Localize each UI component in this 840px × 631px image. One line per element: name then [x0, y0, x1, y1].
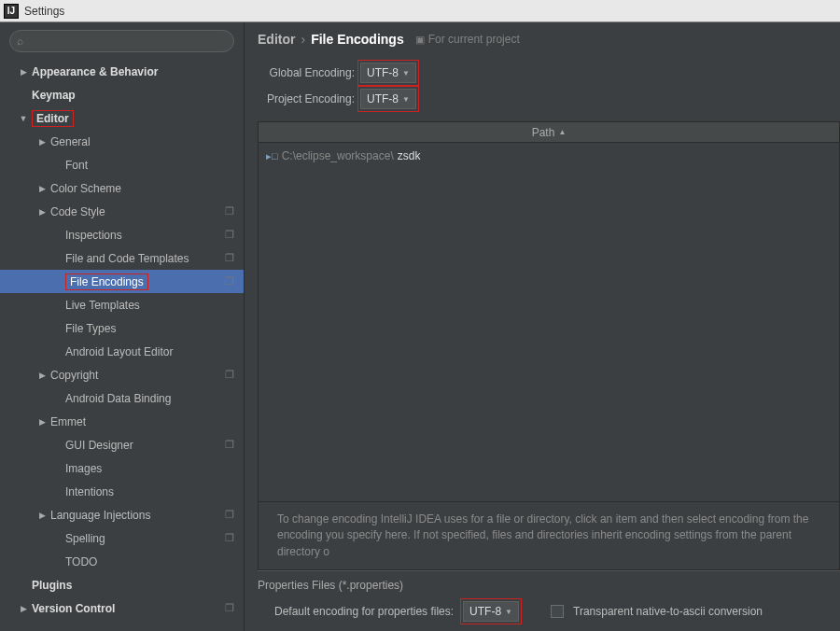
- tree-item-label: Spelling: [65, 532, 221, 545]
- tree-item-label: Live Templates: [65, 299, 234, 312]
- path-name: zsdk: [398, 149, 421, 162]
- search-input[interactable]: [9, 30, 234, 52]
- chevron-down-icon: ▼: [402, 69, 410, 77]
- tree-item-label: Images: [65, 462, 234, 475]
- tree-item-editor[interactable]: ▼Editor: [0, 106, 244, 130]
- tree-item-inspections[interactable]: Inspections❐: [0, 223, 244, 246]
- table-header-label: Path: [532, 126, 555, 139]
- tree-item-label: File Types: [65, 322, 234, 335]
- project-scope-icon: ❐: [225, 369, 234, 381]
- chevron-right-icon[interactable]: ▶: [37, 417, 47, 427]
- sort-asc-icon: ▲: [558, 128, 566, 136]
- tree-item-file-and-code-templates[interactable]: File and Code Templates❐: [0, 246, 244, 270]
- tree-item-label: Emmet: [50, 415, 234, 428]
- tree-item-label: Plugins: [32, 579, 234, 592]
- chevron-right-icon[interactable]: ▶: [19, 67, 28, 77]
- project-scope-icon: ❐: [225, 205, 234, 217]
- tree-item-spelling[interactable]: Spelling❐: [0, 526, 244, 550]
- search-wrap: ⌕: [0, 22, 244, 60]
- tree-item-images[interactable]: Images: [0, 456, 244, 480]
- properties-encoding-value: UTF-8: [469, 605, 501, 618]
- folder-icon: ▸□: [266, 150, 278, 162]
- tree-item-label: Inspections: [65, 229, 221, 242]
- tree-item-copyright[interactable]: ▶Copyright❐: [0, 363, 244, 386]
- tree-item-label: Copyright: [50, 369, 221, 382]
- properties-section: Properties Files (*.properties) Default …: [258, 570, 840, 631]
- project-scope-icon: ❐: [225, 229, 234, 241]
- tree-item-file-encodings[interactable]: File Encodings❐: [0, 270, 244, 293]
- tree-item-live-templates[interactable]: Live Templates: [0, 293, 244, 316]
- tree-item-keymap[interactable]: Keymap: [0, 83, 244, 106]
- project-scope-icon: ❐: [225, 509, 234, 521]
- tree-item-label: General: [50, 135, 234, 148]
- content-area: ⌕ ▶Appearance & BehaviorKeymap▼Editor▶Ge…: [0, 22, 840, 631]
- transparent-ascii-label: Transparent native-to-ascii conversion: [573, 605, 763, 618]
- tree-item-plugins[interactable]: Plugins: [0, 573, 244, 596]
- breadcrumb-root: Editor: [258, 32, 295, 47]
- tree-item-version-control[interactable]: ▶Version Control❐: [0, 596, 244, 620]
- properties-default-label: Default encoding for properties files:: [274, 605, 454, 618]
- project-encoding-value: UTF-8: [367, 92, 399, 105]
- project-scope-icon: ❐: [225, 252, 234, 264]
- tree-item-android-layout-editor[interactable]: Android Layout Editor: [0, 340, 244, 363]
- project-scope-icon: ❐: [225, 532, 234, 544]
- tree-item-appearance-behavior[interactable]: ▶Appearance & Behavior: [0, 60, 244, 83]
- window-title: Settings: [24, 0, 64, 22]
- breadcrumb-sep: ›: [301, 32, 305, 47]
- tree-item-label: Intentions: [65, 485, 234, 498]
- tree-item-todo[interactable]: TODO: [0, 550, 244, 573]
- tree-item-label: Language Injections: [50, 509, 221, 522]
- settings-tree[interactable]: ▶Appearance & BehaviorKeymap▼Editor▶Gene…: [0, 60, 244, 631]
- tree-item-label: Android Data Binding: [65, 392, 234, 405]
- path-prefix: C:\eclipse_workspace\: [282, 149, 394, 162]
- tree-item-android-data-binding[interactable]: Android Data Binding: [0, 386, 244, 410]
- search-icon: ⌕: [17, 35, 23, 48]
- tree-item-label: Code Style: [50, 205, 221, 218]
- breadcrumb: Editor › File Encodings ▣ For current pr…: [258, 32, 840, 47]
- transparent-ascii-checkbox[interactable]: [551, 605, 564, 618]
- properties-encoding-dropdown[interactable]: UTF-8 ▼: [463, 601, 519, 622]
- tree-item-label: TODO: [65, 555, 234, 568]
- global-encoding-dropdown[interactable]: UTF-8 ▼: [360, 63, 416, 83]
- tree-item-label: Font: [65, 159, 234, 172]
- tree-item-intentions[interactable]: Intentions: [0, 480, 244, 503]
- chevron-down-icon: ▼: [505, 608, 512, 616]
- path-encoding-table: Path ▲ ▸□C:\eclipse_workspace\zsdk To ch…: [258, 121, 840, 570]
- chevron-right-icon[interactable]: ▶: [37, 511, 47, 520]
- table-body[interactable]: ▸□C:\eclipse_workspace\zsdk: [259, 143, 839, 501]
- tree-item-label: Color Scheme: [50, 182, 234, 195]
- global-encoding-value: UTF-8: [367, 66, 399, 79]
- tree-item-file-types[interactable]: File Types: [0, 316, 244, 340]
- tree-item-code-style[interactable]: ▶Code Style❐: [0, 200, 244, 223]
- tree-item-label: Editor: [32, 110, 74, 127]
- project-scope-icon: ❐: [225, 602, 234, 614]
- table-row[interactable]: ▸□C:\eclipse_workspace\zsdk: [266, 147, 832, 165]
- properties-default-row: Default encoding for properties files: U…: [258, 601, 840, 622]
- tree-item-emmet[interactable]: ▶Emmet: [0, 410, 244, 433]
- tree-item-color-scheme[interactable]: ▶Color Scheme: [0, 176, 244, 200]
- tree-item-label: Version Control: [32, 602, 221, 615]
- tree-item-label: File and Code Templates: [65, 252, 221, 265]
- chevron-right-icon[interactable]: ▶: [37, 207, 47, 217]
- encoding-hint-text: To change encoding IntelliJ IDEA uses fo…: [259, 501, 839, 569]
- tree-item-general[interactable]: ▶General: [0, 130, 244, 153]
- tree-item-label: Keymap: [32, 89, 234, 102]
- breadcrumb-project-hint: ▣ For current project: [415, 33, 520, 46]
- project-encoding-dropdown[interactable]: UTF-8 ▼: [360, 89, 416, 109]
- chevron-right-icon[interactable]: ▶: [37, 184, 47, 193]
- properties-section-title: Properties Files (*.properties): [258, 579, 840, 592]
- table-header[interactable]: Path ▲: [259, 122, 839, 143]
- tree-item-language-injections[interactable]: ▶Language Injections❐: [0, 503, 244, 526]
- window-titlebar: IJ Settings: [0, 0, 840, 22]
- chevron-right-icon[interactable]: ▶: [37, 137, 47, 147]
- tree-item-label: File Encodings: [65, 273, 148, 290]
- chevron-down-icon[interactable]: ▼: [19, 114, 28, 123]
- tree-item-gui-designer[interactable]: GUI Designer❐: [0, 433, 244, 456]
- chevron-right-icon[interactable]: ▶: [19, 604, 28, 613]
- tree-item-font[interactable]: Font: [0, 153, 244, 176]
- settings-sidebar: ⌕ ▶Appearance & BehaviorKeymap▼Editor▶Ge…: [0, 22, 245, 631]
- app-icon: IJ: [4, 4, 19, 19]
- project-scope-icon: ❐: [225, 439, 234, 451]
- chevron-right-icon[interactable]: ▶: [37, 371, 47, 380]
- project-encoding-label: Project Encoding:: [258, 92, 360, 105]
